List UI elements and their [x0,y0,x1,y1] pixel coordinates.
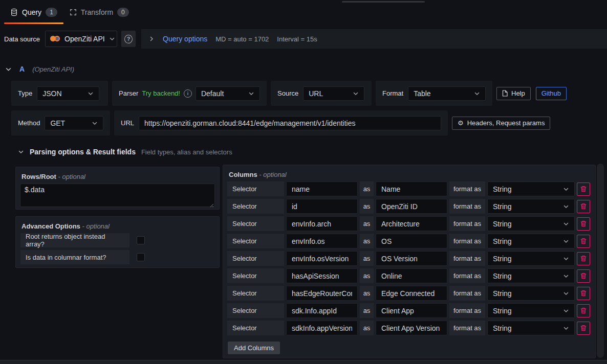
github-button[interactable]: Github [536,87,567,100]
column-as-label: as [360,234,374,248]
column-row: Selector as format as String [227,268,591,283]
headers-request-params-button[interactable]: ⚙ Headers, Request params [452,117,550,130]
column-format-select[interactable]: String [487,268,575,283]
column-selector-label: Selector [227,234,284,248]
chevron-down-icon [474,90,480,97]
rows-root-textarea[interactable]: $.data [20,184,215,207]
tab-query[interactable]: Query 1 [4,0,63,24]
delete-column-button[interactable] [577,269,590,283]
delete-column-button[interactable] [577,252,590,265]
column-as-label: as [360,286,374,301]
pane-resize-handle[interactable] [342,1,425,3]
tab-transform-count-badge: 0 [117,8,129,17]
column-alias-input[interactable] [376,286,447,301]
delete-column-button[interactable] [577,304,590,317]
column-selector-input[interactable] [286,286,358,301]
advanced-option-checkbox[interactable] [137,236,145,244]
help-button[interactable]: Help [496,87,531,100]
datasource-help-button[interactable]: ? [121,31,136,47]
delete-column-button[interactable] [577,235,590,248]
column-format-select[interactable]: String [487,251,575,266]
advanced-option-checkbox[interactable] [137,253,145,261]
column-format-select[interactable]: String [487,303,575,318]
chevron-down-icon [563,290,569,297]
column-alias-input[interactable] [376,199,447,214]
column-as-label: as [360,199,374,214]
column-alias-input[interactable] [376,251,447,266]
column-selector-input[interactable] [286,181,358,196]
column-selector-input[interactable] [286,234,358,248]
column-alias-input[interactable] [376,216,447,231]
column-format-as-label: format as [449,234,485,248]
column-format-as-label: format as [449,268,485,283]
method-select[interactable]: GET [45,116,103,130]
advanced-option-row: Root returns object instead array? [20,233,215,247]
document-icon [502,90,508,97]
datasource-picker-value: OpenZiti API [64,35,105,43]
column-format-value: String [493,237,512,245]
query-options-md-summary: MD = auto = 1702 [215,35,269,43]
delete-column-button[interactable] [577,200,590,213]
parsing-options-section-header[interactable]: Parsing options & Result fields Field ty… [18,148,232,156]
trash-icon [580,238,587,244]
column-format-select[interactable]: String [487,234,575,248]
scrollbar[interactable] [597,164,604,358]
parser-value: Default [201,89,224,98]
column-format-select[interactable]: String [487,216,575,231]
column-row: Selector as format as String [227,216,591,231]
column-row: Selector as format as String [227,181,591,196]
column-selector-input[interactable] [286,199,358,214]
source-select[interactable]: URL [303,86,364,101]
columns-optional-hint: - optional [259,171,286,178]
column-format-value: String [493,255,512,263]
column-as-label: as [360,303,374,318]
query-options-bar[interactable]: Query options MD = auto = 1702 Interval … [141,29,607,49]
column-format-select[interactable]: String [487,321,575,335]
type-value: JSON [42,89,61,98]
column-selector-input[interactable] [286,216,358,231]
column-alias-input[interactable] [376,181,447,196]
chevron-down-icon [563,221,569,227]
url-input[interactable] [139,116,441,130]
column-alias-input[interactable] [376,321,447,335]
column-alias-input[interactable] [376,234,447,248]
column-selector-input[interactable] [286,251,358,266]
column-format-value: String [493,324,512,332]
delete-column-button[interactable] [577,287,590,300]
delete-column-button[interactable] [577,322,590,335]
column-selector-label: Selector [227,268,284,283]
column-selector-input[interactable] [286,321,358,335]
chevron-down-icon [563,203,569,210]
help-button-label: Help [511,89,525,97]
datasource-picker[interactable]: OpenZiti API [45,31,117,47]
column-selector-input[interactable] [286,303,358,318]
type-select[interactable]: JSON [37,86,99,101]
trash-icon [580,255,587,262]
tab-transform-label: Transform [81,8,113,16]
columns-label: Columns [229,171,257,178]
url-field: URL [114,110,448,135]
column-format-select[interactable]: String [487,181,575,196]
add-columns-button[interactable]: Add Columns [228,342,280,354]
parser-select[interactable]: Default [196,86,260,101]
column-format-select[interactable]: String [487,286,575,301]
parsing-section-title: Parsing options & Result fields [30,148,136,156]
column-selector-input[interactable] [286,268,358,283]
column-alias-input[interactable] [376,268,447,283]
tab-transform[interactable]: Transform 0 [63,0,135,24]
chevron-down-icon [353,90,359,97]
bottom-pane-divider[interactable] [0,360,607,364]
column-alias-input[interactable] [376,303,447,318]
info-circle-icon: i [184,89,192,98]
delete-column-button[interactable] [577,183,590,196]
method-field: Method GET [11,110,110,135]
transform-icon [70,9,77,16]
editor-tabs-bar: Query 1 Transform 0 [0,0,607,24]
delete-column-button[interactable] [577,217,590,231]
format-select[interactable]: Table [408,86,486,101]
parser-field: Parser Try backend! i Default [112,81,267,106]
column-format-as-label: format as [449,303,485,318]
query-a-header[interactable]: A (OpenZiti API) [5,62,74,76]
type-label: Type [18,89,32,97]
column-format-select[interactable]: String [487,199,575,214]
